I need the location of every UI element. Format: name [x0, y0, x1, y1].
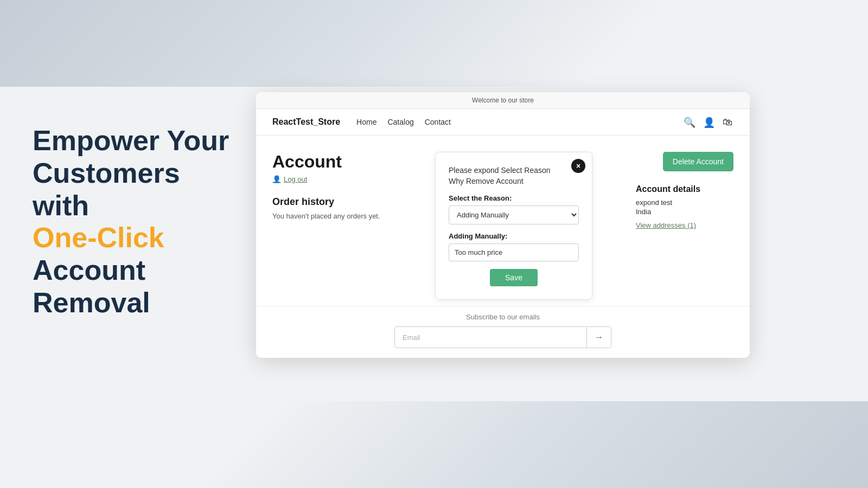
reason-select[interactable]: Adding Manually Too expensive Poor quali… [449, 206, 579, 224]
nav-catalog[interactable]: Catalog [387, 118, 413, 126]
order-history-empty: You haven't placed any orders yet. [272, 212, 392, 220]
store-logo: ReactTest_Store [272, 117, 340, 127]
logout-label[interactable]: Log out [284, 175, 307, 183]
store-window: Welcome to our store ReactTest_Store Hom… [256, 92, 750, 358]
hero-line5: Removal [33, 287, 150, 318]
order-history-title: Order history [272, 196, 392, 208]
store-nav: ReactTest_Store Home Catalog Contact 🔍 👤… [256, 109, 750, 136]
subscribe-label: Subscribe to our emails [272, 313, 733, 321]
reason-text-input[interactable] [449, 243, 579, 261]
textarea-label: Adding Manually: [449, 232, 579, 240]
logout-link[interactable]: 👤 Log out [272, 175, 392, 183]
store-nav-icons: 🔍 👤 🛍 [684, 117, 733, 127]
save-button[interactable]: Save [490, 269, 538, 286]
modal-title: Please expond Select Reason Why Remove A… [449, 165, 579, 187]
bg-stripe-bottom [0, 401, 868, 488]
bg-stripe-top [0, 0, 868, 87]
email-input[interactable] [395, 328, 586, 347]
subscribe-form: → [394, 326, 611, 348]
account-country: India [636, 208, 733, 216]
account-title: Account [272, 152, 392, 172]
nav-home[interactable]: Home [356, 118, 376, 126]
hero-section: Empower Your Customers with One-Click Ac… [33, 125, 239, 319]
store-topbar: Welcome to our store [256, 92, 750, 109]
modal-card: × Please expond Select Reason Why Remove… [435, 152, 592, 300]
account-icon[interactable]: 👤 [703, 117, 714, 127]
store-nav-links: Home Catalog Contact [356, 118, 684, 126]
welcome-text: Welcome to our store [472, 97, 534, 104]
nav-contact[interactable]: Contact [425, 118, 451, 126]
delete-account-button[interactable]: Delete Account [663, 152, 733, 171]
person-icon: 👤 [272, 175, 281, 183]
hero-line4: Account [33, 254, 145, 286]
modal-close-button[interactable]: × [571, 159, 585, 173]
view-addresses-link[interactable]: View addresses (1) [636, 221, 733, 229]
subscribe-section: Subscribe to our emails → [256, 306, 750, 358]
select-reason-label: Select the Reason: [449, 194, 579, 202]
hero-line1: Empower Your [33, 125, 229, 156]
cart-icon[interactable]: 🛍 [723, 117, 733, 127]
subscribe-submit-button[interactable]: → [586, 327, 611, 348]
hero-line2: Customers with [33, 157, 180, 221]
search-icon[interactable]: 🔍 [684, 117, 694, 127]
account-name: expond test [636, 198, 733, 207]
hero-line3: One-Click [33, 222, 164, 253]
account-details-title: Account details [636, 184, 733, 194]
